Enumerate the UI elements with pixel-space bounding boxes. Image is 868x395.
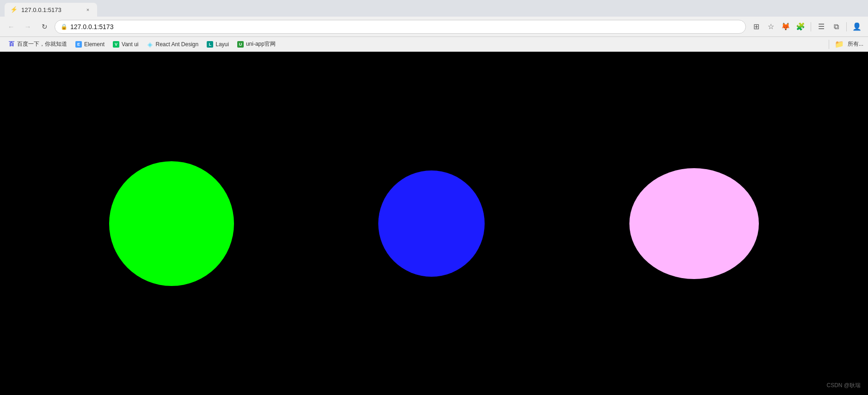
- profile-button[interactable]: 👤: [850, 20, 863, 33]
- browser-toolbar: ← → ↻ 🔒 ⊞ ☆ 🦊 🧩 ☰ ⧉ 👤: [0, 17, 868, 37]
- bookmarks-right: 📁 所有...: [827, 38, 863, 51]
- bookmark-react-ant[interactable]: ◈ React Ant Design: [143, 40, 203, 49]
- bookmark-baidu[interactable]: 百 百度一下，你就知道: [5, 39, 71, 49]
- extensions-button[interactable]: 🧩: [794, 20, 807, 33]
- page-content: CSDN @耿瑞: [0, 52, 868, 395]
- lock-icon: 🔒: [61, 24, 68, 30]
- toolbar-actions: ⊞ ☆ 🦊 🧩 ☰ ⧉ 👤: [750, 20, 863, 33]
- baidu-favicon: 百: [8, 41, 15, 48]
- active-tab[interactable]: ⚡ 127.0.0.1:5173 ×: [5, 3, 97, 17]
- bookmark-uni-label: uni-app官网: [246, 40, 276, 48]
- layui-favicon: L: [207, 41, 213, 48]
- bookmark-vant[interactable]: V Vant ui: [109, 40, 142, 49]
- watermark: CSDN @耿瑞: [826, 382, 861, 389]
- bookmark-uni[interactable]: U uni-app官网: [234, 39, 279, 49]
- watermark-text: CSDN @耿瑞: [826, 382, 861, 389]
- bookmark-layui[interactable]: L Layui: [203, 40, 233, 49]
- blue-circle: [378, 170, 485, 277]
- translate-button[interactable]: ⊞: [750, 20, 763, 33]
- bookmarks-bar: 百 百度一下，你就知道 E Element V Vant ui ◈ React …: [0, 37, 868, 52]
- bookmark-layui-label: Layui: [215, 41, 229, 48]
- react-favicon: ◈: [147, 41, 154, 48]
- forward-button[interactable]: →: [21, 20, 34, 33]
- toolbar-divider: [811, 22, 811, 31]
- vant-favicon: V: [113, 41, 119, 48]
- menu-button[interactable]: ☰: [815, 20, 828, 33]
- tampermonkey-button[interactable]: 🦊: [779, 20, 792, 33]
- address-bar[interactable]: 🔒: [55, 20, 746, 34]
- tab-title: 127.0.0.1:5173: [21, 6, 62, 13]
- back-button[interactable]: ←: [5, 20, 18, 33]
- green-circle: [109, 161, 234, 286]
- tab-bar: ⚡ 127.0.0.1:5173 ×: [0, 0, 868, 17]
- url-input[interactable]: [70, 23, 740, 30]
- tab-close-button[interactable]: ×: [84, 6, 92, 13]
- bookmark-vant-label: Vant ui: [122, 41, 138, 48]
- new-folder-button[interactable]: 📁: [833, 38, 846, 51]
- bookmark-element[interactable]: E Element: [72, 40, 108, 49]
- tab-favicon: ⚡: [10, 6, 18, 13]
- all-bookmarks-label[interactable]: 所有...: [848, 40, 863, 48]
- reload-button[interactable]: ↻: [38, 20, 51, 33]
- toolbar-divider-2: [846, 22, 847, 31]
- bookmark-element-label: Element: [84, 41, 105, 48]
- element-favicon: E: [75, 41, 82, 48]
- star-button[interactable]: ☆: [764, 20, 777, 33]
- uni-favicon: U: [237, 41, 244, 48]
- pink-circle: [629, 168, 759, 279]
- split-button[interactable]: ⧉: [830, 20, 843, 33]
- bookmarks-divider: [829, 40, 829, 49]
- bookmark-baidu-label: 百度一下，你就知道: [17, 40, 67, 48]
- bookmark-react-ant-label: React Ant Design: [156, 41, 199, 48]
